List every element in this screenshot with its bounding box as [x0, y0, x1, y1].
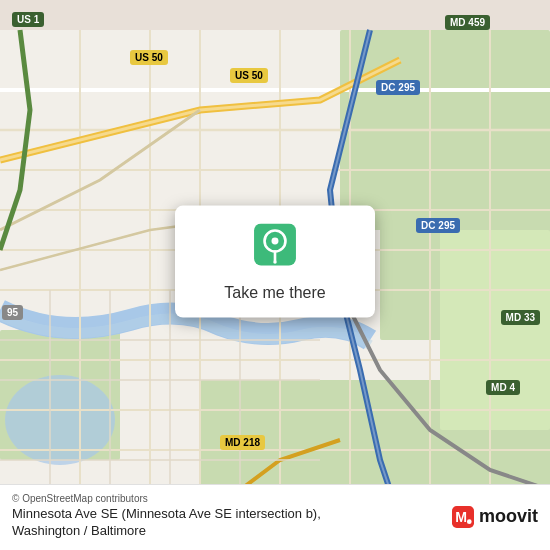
svg-point-33 [273, 260, 276, 263]
highway-label-md459: MD 459 [445, 15, 490, 30]
highway-label-md218: MD 218 [220, 435, 265, 450]
highway-label-us50-top: US 50 [130, 50, 168, 65]
popup-card: Take me there [175, 206, 375, 318]
highway-label-md33: MD 33 [501, 310, 540, 325]
highway-label-us50-mid: US 50 [230, 68, 268, 83]
bottom-left-info: © OpenStreetMap contributors Minnesota A… [12, 493, 321, 540]
moovit-icon: M [452, 506, 474, 528]
svg-point-36 [467, 519, 472, 524]
map-container: US 1 US 50 US 50 MD 459 DC 295 DC 295 DC… [0, 0, 550, 550]
moovit-logo: M moovit [452, 506, 538, 528]
svg-rect-6 [440, 230, 550, 430]
location-name-line2: Washington / Baltimore [12, 523, 146, 538]
highway-label-us1: US 1 [12, 12, 44, 27]
svg-point-4 [5, 375, 115, 465]
take-me-there-button[interactable]: Take me there [224, 282, 325, 304]
osm-credit: © OpenStreetMap contributors [12, 493, 321, 504]
svg-text:M: M [455, 509, 467, 525]
highway-label-95: 95 [2, 305, 23, 320]
map-pin-icon [251, 224, 299, 272]
location-name: Minnesota Ave SE (Minnesota Ave SE inter… [12, 506, 321, 540]
location-name-line1: Minnesota Ave SE (Minnesota Ave SE inter… [12, 506, 321, 521]
highway-label-dc295-mid: DC 295 [416, 218, 460, 233]
moovit-text: moovit [479, 506, 538, 527]
highway-label-dc295-top: DC 295 [376, 80, 420, 95]
highway-label-md4: MD 4 [486, 380, 520, 395]
bottom-bar: © OpenStreetMap contributors Minnesota A… [0, 484, 550, 550]
svg-point-32 [272, 238, 279, 245]
